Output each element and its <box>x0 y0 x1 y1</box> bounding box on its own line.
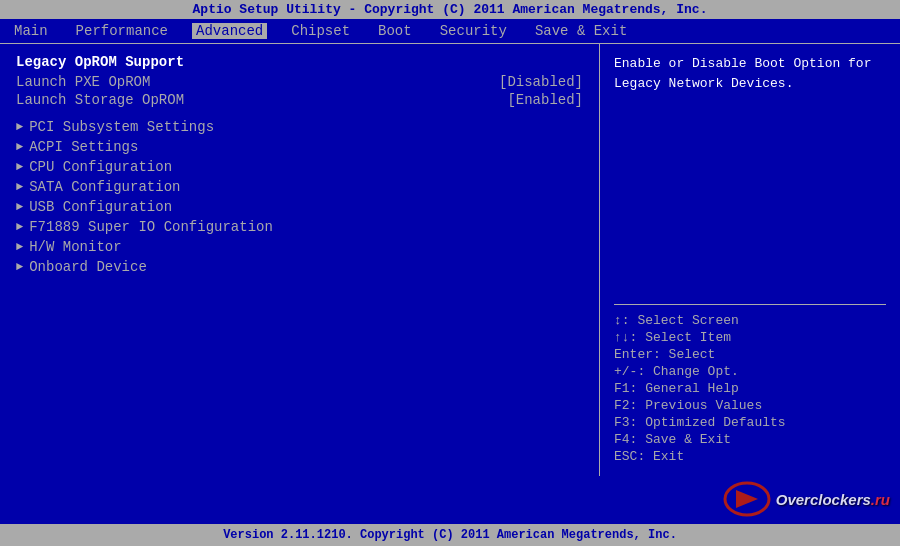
shortcut-f3: F3: Optimized Defaults <box>614 415 886 430</box>
watermark-text: Overclockers.ru <box>776 491 890 508</box>
nav-item-superio[interactable]: ► F71889 Super IO Configuration <box>16 218 583 236</box>
menu-bar: Main Performance Advanced Chipset Boot S… <box>0 19 900 44</box>
menu-item-boot[interactable]: Boot <box>374 23 416 39</box>
watermark-text-black: Overclockers <box>776 491 871 508</box>
shortcut-f1: F1: General Help <box>614 381 886 396</box>
title-bar: Aptio Setup Utility - Copyright (C) 2011… <box>0 0 900 19</box>
footer-bar: Version 2.11.1210. Copyright (C) 2011 Am… <box>0 524 900 546</box>
svg-marker-1 <box>736 490 758 508</box>
shortcut-f4: F4: Save & Exit <box>614 432 886 447</box>
setting-label-storage: Launch Storage OpROM <box>16 92 184 108</box>
watermark: Overclockers.ru <box>722 480 890 518</box>
nav-arrow-onboard: ► <box>16 260 23 274</box>
left-panel: Legacy OpROM Support Launch PXE OpROM [D… <box>0 44 600 476</box>
menu-item-chipset[interactable]: Chipset <box>287 23 354 39</box>
setting-label-pxe: Launch PXE OpROM <box>16 74 150 90</box>
nav-item-cpu[interactable]: ► CPU Configuration <box>16 158 583 176</box>
nav-item-acpi[interactable]: ► ACPI Settings <box>16 138 583 156</box>
nav-item-onboard[interactable]: ► Onboard Device <box>16 258 583 276</box>
menu-item-save-exit[interactable]: Save & Exit <box>531 23 631 39</box>
shortcut-change-opt: +/-: Change Opt. <box>614 364 886 379</box>
nav-label-superio: F71889 Super IO Configuration <box>29 219 273 235</box>
watermark-text-red: .ru <box>871 491 890 508</box>
setting-value-storage: [Enabled] <box>507 92 583 108</box>
nav-arrow-usb: ► <box>16 200 23 214</box>
nav-arrow-acpi: ► <box>16 140 23 154</box>
nav-item-usb[interactable]: ► USB Configuration <box>16 198 583 216</box>
nav-arrow-sata: ► <box>16 180 23 194</box>
menu-item-advanced[interactable]: Advanced <box>192 23 267 39</box>
nav-label-usb: USB Configuration <box>29 199 172 215</box>
shortcut-select-screen: ↕: Select Screen <box>614 313 886 328</box>
overclockers-logo-icon <box>722 480 772 518</box>
nav-label-pci: PCI Subsystem Settings <box>29 119 214 135</box>
shortcut-esc: ESC: Exit <box>614 449 886 464</box>
nav-arrow-hwmonitor: ► <box>16 240 23 254</box>
nav-arrow-superio: ► <box>16 220 23 234</box>
title-text: Aptio Setup Utility - Copyright (C) 2011… <box>193 2 708 17</box>
nav-item-hwmonitor[interactable]: ► H/W Monitor <box>16 238 583 256</box>
shortcut-f2: F2: Previous Values <box>614 398 886 413</box>
footer-text: Version 2.11.1210. Copyright (C) 2011 Am… <box>223 528 677 542</box>
nav-item-sata[interactable]: ► SATA Configuration <box>16 178 583 196</box>
section-title: Legacy OpROM Support <box>16 54 583 70</box>
menu-item-performance[interactable]: Performance <box>72 23 172 39</box>
nav-label-acpi: ACPI Settings <box>29 139 138 155</box>
help-text: Enable or Disable Boot Option for Legacy… <box>614 54 886 93</box>
shortcut-select-item: ↑↓: Select Item <box>614 330 886 345</box>
nav-label-cpu: CPU Configuration <box>29 159 172 175</box>
setting-value-pxe: [Disabled] <box>499 74 583 90</box>
nav-label-hwmonitor: H/W Monitor <box>29 239 121 255</box>
divider <box>16 110 583 118</box>
nav-label-sata: SATA Configuration <box>29 179 180 195</box>
nav-arrow-cpu: ► <box>16 160 23 174</box>
main-content: Legacy OpROM Support Launch PXE OpROM [D… <box>0 44 900 476</box>
setting-row-pxe[interactable]: Launch PXE OpROM [Disabled] <box>16 74 583 90</box>
nav-arrow-pci: ► <box>16 120 23 134</box>
shortcut-enter: Enter: Select <box>614 347 886 362</box>
nav-item-pci[interactable]: ► PCI Subsystem Settings <box>16 118 583 136</box>
right-panel: Enable or Disable Boot Option for Legacy… <box>600 44 900 476</box>
shortcuts-area: ↕: Select Screen ↑↓: Select Item Enter: … <box>614 304 886 466</box>
menu-item-security[interactable]: Security <box>436 23 511 39</box>
setting-row-storage[interactable]: Launch Storage OpROM [Enabled] <box>16 92 583 108</box>
menu-item-main[interactable]: Main <box>10 23 52 39</box>
nav-label-onboard: Onboard Device <box>29 259 147 275</box>
